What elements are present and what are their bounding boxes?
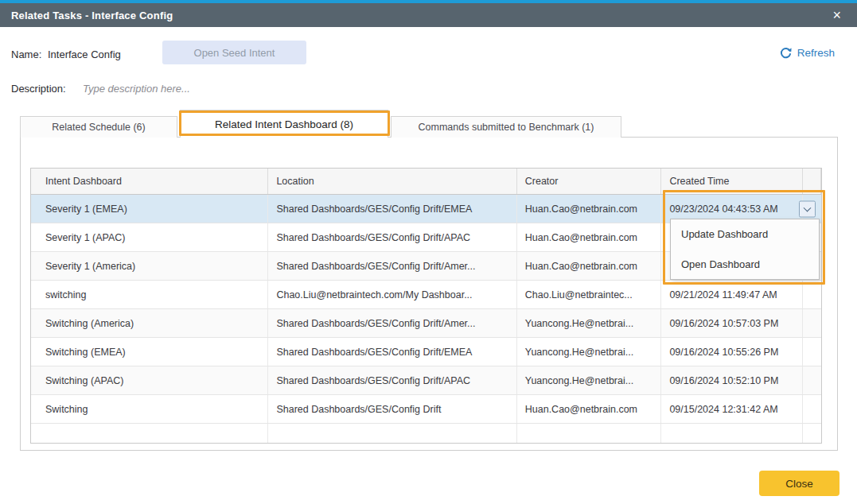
cell-creator: Huan.Cao@netbrain.com — [517, 195, 662, 223]
column-header-creator[interactable]: Creator — [517, 169, 662, 194]
cell-intent-dashboard: Severity 1 (APAC) — [31, 223, 268, 251]
cell-intent-dashboard: switching — [31, 281, 268, 308]
table-row[interactable]: Switching (America) Shared Dashboards/GE… — [31, 309, 821, 338]
cell-intent-dashboard: Switching (APAC) — [31, 366, 268, 394]
cell-spacer — [803, 281, 821, 308]
cell-intent-dashboard: Severity 1 (America) — [31, 252, 268, 280]
cell-intent-dashboard: Switching — [31, 395, 268, 423]
cell-location: Shared Dashboards/GES/Config Drift/APAC — [268, 223, 516, 251]
cell-spacer — [803, 338, 821, 366]
cell-location: Chao.Liu@netbraintech.com/My Dashboar... — [268, 281, 516, 308]
cell-spacer — [803, 395, 821, 423]
cell-creator: Yuancong.He@netbrai... — [517, 309, 662, 337]
tab-commands-benchmark[interactable]: Commands submitted to Benchmark (1) — [391, 116, 621, 138]
related-tasks-dialog: Related Tasks - Interface Config × Name:… — [0, 0, 857, 504]
menu-item-open-dashboard[interactable]: Open Dashboard — [671, 250, 819, 280]
close-button[interactable]: Close — [759, 471, 839, 496]
cell-spacer — [803, 309, 821, 337]
cell-creator: Chao.Liu@netbraintec... — [517, 281, 662, 308]
cell-creator: Huan.Cao@netbrain.com — [517, 395, 662, 423]
column-header-created-time[interactable]: Created Time — [661, 169, 803, 194]
cell-created-time: 09/15/2024 12:31:42 AM — [661, 395, 803, 423]
cell-creator: Yuancong.He@netbrai... — [517, 338, 662, 366]
close-icon[interactable]: × — [828, 8, 846, 22]
cell-creator: Huan.Cao@netbrain.com — [517, 223, 662, 251]
column-header-intent-dashboard[interactable]: Intent Dashboard — [31, 169, 268, 194]
dialog-title: Related Tasks - Interface Config — [11, 10, 173, 21]
name-label: Name: — [11, 48, 41, 60]
dialog-titlebar: Related Tasks - Interface Config × — [0, 3, 857, 27]
cell-location: Shared Dashboards/GES/Config Drift/EMEA — [268, 195, 516, 223]
table-row[interactable]: switching Chao.Liu@netbraintech.com/My D… — [31, 281, 821, 309]
tab-related-intent-dashboard[interactable]: Related Intent Dashboard (8) — [180, 110, 388, 138]
tab-strip: Related Schedule (6) Related Intent Dash… — [20, 110, 624, 138]
cell-location: Shared Dashboards/GES/Config Drift/Amer.… — [268, 252, 516, 280]
table-empty-row — [31, 424, 821, 443]
cell-created-time: 09/16/2024 10:55:26 PM — [661, 338, 803, 366]
column-header-location[interactable]: Location — [268, 169, 516, 194]
cell-location: Shared Dashboards/GES/Config Drift/EMEA — [268, 338, 516, 366]
row-actions-dropdown-button[interactable] — [799, 200, 816, 217]
cell-creator: Yuancong.He@netbrai... — [517, 366, 662, 394]
column-header-spacer — [803, 169, 821, 194]
cell-location: Shared Dashboards/GES/Config Drift — [268, 395, 516, 423]
table-header-row: Intent Dashboard Location Creator Create… — [31, 169, 821, 195]
refresh-icon — [780, 47, 792, 59]
cell-spacer — [803, 366, 821, 394]
menu-item-update-dashboard[interactable]: Update Dashboard — [671, 219, 819, 250]
tab-content-panel: Intent Dashboard Location Creator Create… — [20, 137, 838, 451]
refresh-button[interactable]: Refresh — [780, 47, 835, 59]
table-row[interactable]: Switching Shared Dashboards/GES/Config D… — [31, 395, 821, 424]
refresh-label: Refresh — [797, 47, 835, 59]
cell-intent-dashboard: Severity 1 (EMEA) — [31, 195, 268, 223]
created-time-value: 09/23/2024 04:43:53 AM — [669, 204, 777, 215]
cell-intent-dashboard: Switching (EMEA) — [31, 338, 268, 366]
table-row[interactable]: Switching (EMEA) Shared Dashboards/GES/C… — [31, 338, 821, 366]
cell-created-time: 09/16/2024 10:52:10 PM — [661, 366, 803, 394]
cell-intent-dashboard: Switching (America) — [31, 309, 268, 337]
intent-dashboard-table: Intent Dashboard Location Creator Create… — [30, 168, 822, 444]
chevron-down-icon — [804, 204, 812, 211]
tab-related-schedule[interactable]: Related Schedule (6) — [20, 116, 177, 138]
row-actions-dropdown-menu: Update Dashboard Open Dashboard — [670, 219, 820, 280]
cell-created-time: 09/21/2024 11:49:47 AM — [661, 281, 803, 308]
cell-creator: Huan.Cao@netbrain.com — [517, 252, 662, 280]
name-value: Interface Config — [48, 48, 121, 60]
cell-location: Shared Dashboards/GES/Config Drift/APAC — [268, 366, 516, 394]
open-seed-intent-button[interactable]: Open Seed Intent — [162, 41, 306, 64]
description-label: Description: — [11, 83, 66, 95]
cell-created-time: 09/16/2024 10:57:03 PM — [661, 309, 803, 337]
table-row[interactable]: Switching (APAC) Shared Dashboards/GES/C… — [31, 366, 821, 395]
description-input[interactable]: Type description here... — [83, 83, 321, 95]
cell-location: Shared Dashboards/GES/Config Drift/Amer.… — [268, 309, 516, 337]
